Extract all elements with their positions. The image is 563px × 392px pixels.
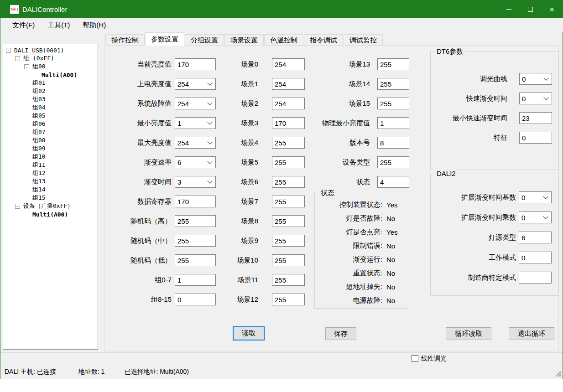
chevron-down-icon bbox=[543, 194, 548, 199]
tree-item[interactable]: 组01 bbox=[3, 79, 98, 87]
tree-item-label: 组15 bbox=[32, 194, 46, 202]
field-input[interactable] bbox=[519, 112, 552, 124]
tree-item[interactable]: 组15 bbox=[3, 194, 98, 202]
chevron-down-icon bbox=[543, 214, 548, 219]
expander-icon[interactable]: - bbox=[6, 48, 11, 53]
field-label: 上电亮度值 bbox=[103, 80, 172, 88]
statusbar-address-count: 地址数: 1 bbox=[78, 368, 105, 376]
field-row: 灯源类型 bbox=[434, 232, 552, 243]
minimize-button[interactable] bbox=[498, 0, 520, 18]
status-row: 短地址掉失:No bbox=[315, 280, 409, 294]
field-row: 随机码（低） bbox=[103, 254, 216, 266]
status-value: No bbox=[386, 297, 395, 304]
linear-dimming-row: 线性调光 bbox=[0, 352, 563, 364]
field-select[interactable]: 0 bbox=[519, 73, 552, 85]
field-input[interactable] bbox=[272, 176, 305, 188]
tree-item[interactable]: 组09 bbox=[3, 144, 98, 153]
field-input[interactable] bbox=[272, 254, 305, 266]
field-input[interactable] bbox=[272, 137, 305, 149]
resize-grip[interactable] bbox=[555, 371, 561, 377]
tree-item[interactable]: 组14 bbox=[3, 186, 98, 194]
field-input[interactable] bbox=[377, 156, 409, 168]
field-input[interactable] bbox=[519, 232, 552, 243]
status-groupbox: 状态 控制装置状态:Yes灯是否故障:No灯是否点亮:Yes限制错误:No渐变运… bbox=[314, 193, 409, 309]
field-input[interactable] bbox=[272, 215, 305, 227]
tree-item[interactable]: 组02 bbox=[3, 87, 98, 95]
field-label: 场景12 bbox=[208, 295, 258, 304]
tree-item[interactable]: 组07 bbox=[3, 128, 98, 136]
read-button[interactable]: 读取 bbox=[233, 326, 265, 340]
field-input[interactable] bbox=[377, 137, 409, 149]
loop-read-button[interactable]: 循环读取 bbox=[446, 327, 491, 340]
expander-icon[interactable]: - bbox=[15, 204, 20, 209]
field-input[interactable] bbox=[272, 274, 305, 286]
field-input[interactable] bbox=[377, 78, 409, 90]
dt6-rows: 调光曲线0快速渐变时间0最小快速渐变时间特征 bbox=[435, 73, 552, 151]
field-input[interactable] bbox=[519, 252, 552, 263]
field-input[interactable] bbox=[519, 132, 552, 144]
tree-item[interactable]: 组13 bbox=[3, 177, 98, 186]
tree-item[interactable]: 组05 bbox=[3, 112, 98, 120]
field-input[interactable] bbox=[272, 196, 305, 207]
tree-item[interactable]: Multi(A00) bbox=[3, 71, 98, 79]
field-input[interactable] bbox=[272, 294, 305, 305]
tree-item[interactable]: 组08 bbox=[3, 136, 98, 144]
field-input[interactable] bbox=[272, 117, 305, 129]
field-label: 场景8 bbox=[208, 217, 258, 226]
field-label: 场景10 bbox=[208, 256, 258, 265]
expander-icon[interactable]: - bbox=[24, 64, 29, 69]
field-input[interactable] bbox=[519, 272, 552, 284]
menu-item[interactable]: 帮助(H) bbox=[76, 18, 112, 32]
tree-item[interactable]: 组10 bbox=[3, 153, 98, 161]
status-label: 灯是否故障: bbox=[315, 214, 382, 223]
close-button[interactable]: × bbox=[541, 0, 563, 18]
linear-dimming-checkbox[interactable] bbox=[412, 355, 418, 362]
maximize-button[interactable] bbox=[520, 0, 541, 18]
save-button[interactable]: 保存 bbox=[325, 327, 356, 340]
tab-item[interactable]: 分组设置 bbox=[185, 34, 224, 46]
tab-item[interactable]: 参数设置 bbox=[145, 32, 184, 46]
field-select[interactable]: 0 bbox=[519, 93, 552, 104]
tree-item[interactable]: 组12 bbox=[3, 169, 98, 177]
field-input[interactable] bbox=[272, 58, 305, 70]
status-rows: 控制装置状态:Yes灯是否故障:No灯是否点亮:Yes限制错误:No渐变运行:N… bbox=[315, 198, 409, 307]
field-row: 最小快速渐变时间 bbox=[435, 112, 552, 124]
menu-item[interactable]: 工具(T) bbox=[41, 18, 76, 32]
tree-item-label: 组09 bbox=[32, 144, 46, 153]
dt6-groupbox: DT6参数 调光曲线0快速渐变时间0最小快速渐变时间特征 bbox=[430, 52, 559, 170]
tab-item[interactable]: 色温控制 bbox=[264, 34, 303, 46]
tree-item[interactable]: -设备（广播0xFF） bbox=[3, 202, 98, 210]
tree-item[interactable]: 组06 bbox=[3, 120, 98, 128]
tab-item[interactable]: 调试监控 bbox=[344, 34, 383, 46]
field-row: 上电亮度值254 bbox=[103, 78, 216, 90]
field-select[interactable]: 0 bbox=[519, 211, 552, 223]
tree-item[interactable]: -组00 bbox=[3, 62, 98, 71]
field-input[interactable] bbox=[272, 156, 305, 168]
tab-item[interactable]: 场景设置 bbox=[224, 34, 264, 46]
menu-item[interactable]: 文件(F) bbox=[6, 18, 41, 32]
tree-item[interactable]: 组11 bbox=[3, 161, 98, 169]
tab-item[interactable]: 指令调试 bbox=[304, 34, 343, 46]
field-input[interactable] bbox=[377, 117, 409, 129]
field-input[interactable] bbox=[377, 98, 409, 109]
field-input[interactable] bbox=[377, 58, 409, 70]
tree-item-label: 设备（广播0xFF） bbox=[23, 202, 73, 210]
exit-loop-button[interactable]: 退出循环 bbox=[509, 327, 554, 340]
field-label: 调光曲线 bbox=[435, 75, 507, 83]
field-input[interactable] bbox=[272, 235, 305, 247]
tree-item[interactable]: -组 (0xFF) bbox=[3, 54, 98, 62]
tree-item[interactable]: 组03 bbox=[3, 95, 98, 103]
field-select[interactable]: 0 bbox=[519, 191, 552, 203]
caption-buttons: × bbox=[498, 0, 563, 18]
expander-icon[interactable]: - bbox=[15, 56, 20, 61]
field-input[interactable] bbox=[272, 78, 305, 90]
field-row: 场景15 bbox=[302, 98, 409, 109]
device-tree[interactable]: -DALI USB(0001)-组 (0xFF)-组00Multi(A00)组0… bbox=[3, 44, 98, 350]
tree-item-label: 组02 bbox=[32, 87, 46, 95]
tree-item[interactable]: Multi(A00) bbox=[3, 210, 98, 218]
tree-item[interactable]: 组04 bbox=[3, 103, 98, 112]
field-input[interactable] bbox=[377, 176, 409, 188]
tab-item[interactable]: 操作控制 bbox=[105, 34, 145, 46]
field-input[interactable] bbox=[272, 98, 305, 109]
tree-item[interactable]: -DALI USB(0001) bbox=[3, 46, 98, 54]
